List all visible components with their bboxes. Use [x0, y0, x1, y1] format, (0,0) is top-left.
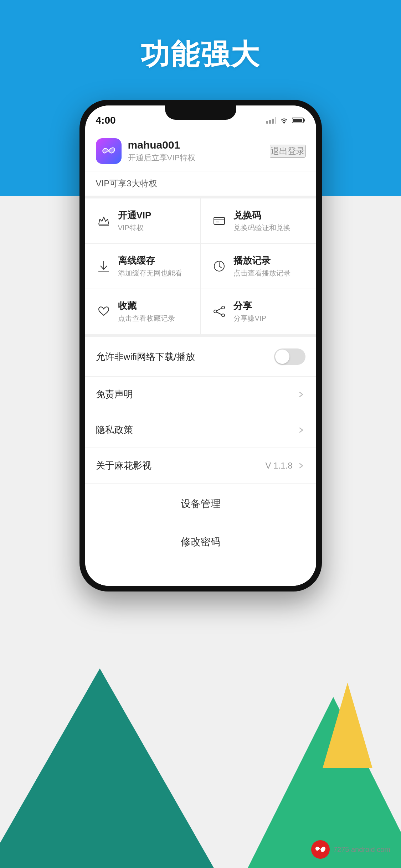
menu-text-redeem: 兑换码 兑换码验证和兑换 — [233, 209, 291, 233]
download-icon — [96, 258, 112, 274]
svg-point-17 — [222, 314, 225, 317]
chevron-icon-about — [297, 461, 305, 470]
settings-disclaimer-label: 免责声明 — [96, 388, 133, 401]
user-header: mahua001 开通后立享VIP特权 退出登录 — [85, 130, 316, 171]
vip-label: VIP可享3大特权 — [85, 171, 316, 198]
infinity-icon — [100, 146, 118, 156]
svg-point-16 — [214, 310, 217, 313]
status-bar: 4:00 — [85, 105, 316, 130]
watermark: 7275 android com — [311, 840, 390, 859]
menu-title-history: 播放记录 — [233, 254, 291, 267]
chevron-icon-privacy — [297, 426, 305, 434]
triangle-teal — [0, 668, 214, 868]
menu-text-offline: 离线缓存 添加缓存无网也能看 — [118, 254, 182, 278]
svg-rect-2 — [272, 119, 274, 124]
vip-label-text: VIP可享3大特权 — [96, 179, 157, 188]
device-management-button[interactable]: 设备管理 — [85, 485, 316, 523]
menu-item-history[interactable]: 播放记录 点击查看播放记录 — [201, 244, 316, 289]
menu-text-vip: 开通VIP VIP特权 — [118, 209, 151, 233]
svg-line-19 — [217, 312, 222, 315]
menu-text-share: 分享 分享赚VIP — [233, 300, 266, 323]
menu-text-history: 播放记录 点击查看播放记录 — [233, 254, 291, 278]
menu-item-redeem[interactable]: 兑换码 兑换码验证和兑换 — [201, 198, 316, 244]
settings-item-wifi[interactable]: 允许非wifi网络下载/播放 — [85, 337, 316, 377]
settings-item-about[interactable]: 关于麻花影视 V 1.1.8 — [85, 448, 316, 484]
menu-sub-history: 点击查看播放记录 — [233, 268, 291, 278]
about-right: V 1.1.8 — [265, 461, 305, 471]
user-left: mahua001 开通后立享VIP特权 — [96, 138, 195, 164]
menu-sub-favorites: 点击查看收藏记录 — [118, 314, 175, 323]
menu-title-redeem: 兑换码 — [233, 209, 291, 222]
menu-sub-share: 分享赚VIP — [233, 314, 266, 323]
toggle-circle — [275, 350, 289, 364]
change-password-label: 修改密码 — [181, 535, 221, 549]
menu-title-favorites: 收藏 — [118, 300, 175, 312]
logout-button[interactable]: 退出登录 — [270, 145, 305, 157]
signal-icon — [266, 117, 276, 124]
notch — [165, 105, 236, 120]
device-management-label: 设备管理 — [181, 497, 221, 511]
menu-title-share: 分享 — [233, 300, 266, 312]
share-icon — [211, 304, 227, 319]
card-icon — [211, 213, 227, 229]
username: mahua001 — [128, 139, 195, 151]
battery-icon — [292, 117, 305, 124]
settings-about-label: 关于麻花影视 — [96, 459, 151, 472]
svg-rect-6 — [303, 119, 305, 122]
settings-wifi-label: 允许非wifi网络下载/播放 — [96, 351, 195, 363]
menu-text-favorites: 收藏 点击查看收藏记录 — [118, 300, 175, 323]
user-avatar — [96, 138, 122, 164]
menu-sub-vip: VIP特权 — [118, 223, 151, 233]
settings-privacy-label: 隐私政策 — [96, 424, 133, 436]
settings-list: 允许非wifi网络下载/播放 免责声明 隐私政策 — [85, 337, 316, 484]
svg-point-4 — [283, 122, 285, 124]
svg-rect-0 — [266, 121, 268, 124]
watermark-text: 7275 android com — [333, 846, 390, 854]
wifi-toggle[interactable] — [274, 348, 305, 365]
svg-rect-9 — [214, 217, 225, 224]
menu-item-vip[interactable]: 开通VIP VIP特权 — [85, 198, 201, 244]
menu-item-offline[interactable]: 离线缓存 添加缓存无网也能看 — [85, 244, 201, 289]
change-password-button[interactable]: 修改密码 — [85, 523, 316, 561]
heart-icon — [96, 304, 112, 319]
clock-icon — [211, 258, 227, 274]
screen-content: mahua001 开通后立享VIP特权 退出登录 VIP可享3大特权 — [85, 130, 316, 586]
action-section: 设备管理 修改密码 — [85, 485, 316, 561]
menu-sub-offline: 添加缓存无网也能看 — [118, 268, 182, 278]
chevron-icon-disclaimer — [297, 390, 305, 399]
svg-rect-3 — [275, 117, 276, 124]
svg-rect-7 — [293, 119, 302, 122]
user-subtitle: 开通后立享VIP特权 — [128, 153, 195, 163]
version-label: V 1.1.8 — [265, 461, 292, 471]
menu-item-share[interactable]: 分享 分享赚VIP — [201, 289, 316, 334]
watermark-icon — [314, 844, 327, 854]
menu-title-vip: 开通VIP — [118, 209, 151, 222]
phone-screen: 4:00 — [85, 105, 316, 586]
status-icons — [266, 117, 305, 124]
menu-title-offline: 离线缓存 — [118, 254, 182, 267]
settings-item-privacy[interactable]: 隐私政策 — [85, 412, 316, 448]
svg-rect-1 — [269, 120, 271, 124]
crown-icon — [96, 213, 112, 229]
page-title: 功能强大 — [0, 36, 401, 74]
triangle-yellow — [323, 683, 372, 768]
user-info: mahua001 开通后立享VIP特权 — [128, 139, 195, 163]
settings-item-disclaimer[interactable]: 免责声明 — [85, 377, 316, 412]
status-time: 4:00 — [96, 115, 116, 126]
menu-sub-redeem: 兑换码验证和兑换 — [233, 223, 291, 233]
svg-point-15 — [222, 306, 225, 309]
wifi-icon — [279, 117, 289, 124]
menu-item-favorites[interactable]: 收藏 点击查看收藏记录 — [85, 289, 201, 334]
svg-line-18 — [217, 308, 222, 311]
menu-grid: 开通VIP VIP特权 兑换码 兑换码验证 — [85, 198, 316, 337]
phone-mockup: 4:00 — [79, 100, 322, 591]
watermark-logo — [311, 840, 330, 859]
